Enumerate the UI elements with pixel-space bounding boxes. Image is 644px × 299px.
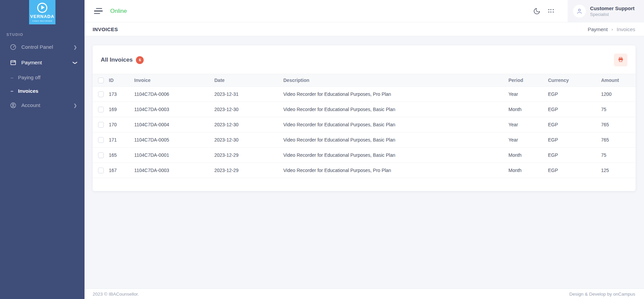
sidebar-item-control-panel[interactable]: Control Panel ❯ <box>0 39 85 55</box>
col-id[interactable]: ID <box>106 74 132 87</box>
sidebar-item-payment[interactable]: Payment ❯ <box>0 55 85 70</box>
cell-amount: 765 <box>598 117 636 132</box>
cell-invoice: 1104C7DA-0006 <box>132 87 212 102</box>
cell-invoice: 1104C7DA-0003 <box>132 163 212 178</box>
col-period[interactable]: Period <box>506 74 545 87</box>
sidebar-section-label: STUDIO <box>6 33 85 37</box>
table-row[interactable]: 170 1104C7DA-0004 2023-12-30 Video Recor… <box>93 117 636 132</box>
table-header-row: ID Invoice Date Description Period Curre… <box>93 74 636 87</box>
cell-period: Month <box>506 148 545 163</box>
avatar <box>573 5 586 18</box>
logo-subtitle: VIDEO RECORDER <box>32 20 52 22</box>
cell-amount: 75 <box>598 102 636 117</box>
cell-id: 171 <box>106 132 132 148</box>
menu-icon[interactable] <box>94 8 103 14</box>
cell-period: Year <box>506 132 545 148</box>
row-checkbox[interactable] <box>98 122 104 128</box>
cell-invoice: 1104C7DA-0001 <box>132 148 212 163</box>
col-description[interactable]: Description <box>281 74 506 87</box>
sidebar-item-account[interactable]: Account ❯ <box>0 98 85 113</box>
col-currency[interactable]: Currency <box>545 74 598 87</box>
user-role: Specialist <box>590 12 635 17</box>
row-checkbox[interactable] <box>98 137 104 143</box>
grid-icon[interactable] <box>544 9 558 13</box>
cell-amount: 75 <box>598 148 636 163</box>
user-name: Customer Support <box>590 5 635 12</box>
status-online: Online <box>110 8 127 15</box>
cell-date: 2023-12-29 <box>212 148 281 163</box>
row-checkbox[interactable] <box>98 168 104 173</box>
cell-currency: EGP <box>545 102 598 117</box>
chevron-down-icon: ❯ <box>73 61 78 65</box>
cell-description: Video Recorder for Educational Purposes,… <box>281 102 506 117</box>
account-icon <box>9 102 17 109</box>
row-checkbox[interactable] <box>98 91 104 97</box>
table-row[interactable]: 173 1104C7DA-0006 2023-12-31 Video Recor… <box>93 87 636 102</box>
main-area: Online Customer <box>85 0 644 299</box>
col-amount[interactable]: Amount <box>598 74 636 87</box>
cell-amount: 125 <box>598 163 636 178</box>
cell-invoice: 1104C7DA-0005 <box>132 132 212 148</box>
cell-description: Video Recorder for Educational Purposes,… <box>281 163 506 178</box>
cell-currency: EGP <box>545 117 598 132</box>
cell-period: Year <box>506 87 545 102</box>
card-header: All Invoices 6 <box>93 45 636 74</box>
row-checkbox[interactable] <box>98 107 104 112</box>
cell-date: 2023-12-29 <box>212 163 281 178</box>
count-badge: 6 <box>136 56 144 64</box>
row-checkbox[interactable] <box>98 152 104 158</box>
app-window: VERNADA VIDEO RECORDER STUDIO Control Pa… <box>0 0 644 299</box>
app-logo[interactable]: VERNADA VIDEO RECORDER <box>29 0 55 24</box>
cell-date: 2023-12-31 <box>212 87 281 102</box>
play-icon <box>37 3 47 13</box>
footer-copyright: 2023 © IBACounsellor. <box>93 292 139 297</box>
table-row[interactable]: 169 1104C7DA-0003 2023-12-30 Video Recor… <box>93 102 636 117</box>
cell-date: 2023-12-30 <box>212 102 281 117</box>
cell-currency: EGP <box>545 87 598 102</box>
content: All Invoices 6 <box>85 36 644 289</box>
sidebar-item-label: Payment <box>21 60 42 66</box>
topbar: Online Customer <box>85 0 644 22</box>
moon-icon[interactable] <box>530 7 544 15</box>
cell-period: Month <box>506 163 545 178</box>
chevron-right-icon: ❯ <box>73 103 77 108</box>
breadcrumb-invoices: Invoices <box>617 26 635 32</box>
invoices-card: All Invoices 6 <box>93 45 636 191</box>
cell-invoice: 1104C7DA-0003 <box>132 102 212 117</box>
cell-currency: EGP <box>545 148 598 163</box>
print-button[interactable] <box>614 54 627 66</box>
cell-id: 167 <box>106 163 132 178</box>
table-row[interactable]: 171 1104C7DA-0005 2023-12-30 Video Recor… <box>93 132 636 148</box>
sidebar-subitem-label: Paying off <box>18 74 40 80</box>
cell-period: Year <box>506 117 545 132</box>
cell-description: Video Recorder for Educational Purposes,… <box>281 132 506 148</box>
col-date[interactable]: Date <box>212 74 281 87</box>
cell-id: 170 <box>106 117 132 132</box>
logo-title: VERNADA <box>30 14 54 19</box>
page-title: INVOICES <box>93 26 118 32</box>
sidebar-item-invoices[interactable]: – Invoices <box>0 84 85 98</box>
breadcrumb-payment[interactable]: Payment <box>588 26 607 32</box>
cell-currency: EGP <box>545 132 598 148</box>
select-all-checkbox[interactable] <box>98 78 104 83</box>
table-row[interactable]: 165 1104C7DA-0001 2023-12-29 Video Recor… <box>93 148 636 163</box>
breadcrumb-separator-icon: › <box>612 27 613 32</box>
cell-amount: 765 <box>598 132 636 148</box>
footer-credit: Design & Develop by onCampus <box>569 292 635 297</box>
sidebar-item-label: Control Panel <box>21 44 53 50</box>
cell-period: Month <box>506 102 545 117</box>
sidebar-item-paying-off[interactable]: – Paying off <box>0 70 85 84</box>
printer-icon <box>618 57 624 64</box>
footer: 2023 © IBACounsellor. Design & Develop b… <box>85 289 644 299</box>
cell-currency: EGP <box>545 163 598 178</box>
col-invoice[interactable]: Invoice <box>132 74 212 87</box>
table-row[interactable]: 167 1104C7DA-0003 2023-12-29 Video Recor… <box>93 163 636 178</box>
sidebar-item-label: Account <box>21 102 40 108</box>
cell-description: Video Recorder for Educational Purposes,… <box>281 117 506 132</box>
cell-id: 173 <box>106 87 132 102</box>
cell-amount: 1200 <box>598 87 636 102</box>
cell-description: Video Recorder for Educational Purposes,… <box>281 148 506 163</box>
cell-id: 169 <box>106 102 132 117</box>
invoices-table: ID Invoice Date Description Period Curre… <box>93 74 636 178</box>
user-menu[interactable]: Customer Support Specialist <box>568 0 644 22</box>
